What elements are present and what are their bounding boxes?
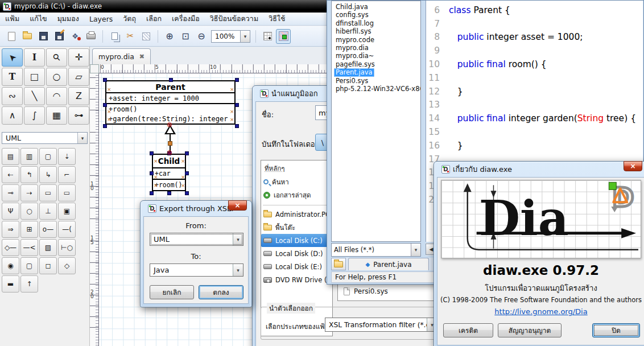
connection-handle[interactable] bbox=[168, 141, 172, 146]
close-tab-icon[interactable]: ✖ bbox=[139, 53, 145, 60]
uml-association-elbow-shape[interactable]: ⌐ bbox=[58, 166, 76, 183]
uml-provided-interface-shape[interactable]: o— bbox=[39, 221, 57, 238]
uml-note-shape[interactable]: ▢ bbox=[39, 148, 57, 165]
place-item[interactable]: พื้นโต๊ะ bbox=[261, 221, 332, 234]
snap-to-objects-button[interactable] bbox=[276, 29, 291, 44]
place-item[interactable]: Local Disk (E:) bbox=[261, 260, 332, 273]
uml-aggregation-shape[interactable]: ◇— bbox=[2, 239, 19, 256]
about-dialog-title-bar[interactable]: D เกี่ยวกับ diaw.exe bbox=[434, 162, 644, 177]
text-edit-tool[interactable]: I bbox=[24, 48, 45, 67]
credits-button[interactable]: เครดิต bbox=[443, 323, 493, 337]
grid-toggle-button[interactable] bbox=[260, 29, 275, 44]
menu-item[interactable]: วัตถุ bbox=[118, 11, 141, 26]
print-button[interactable] bbox=[84, 29, 98, 44]
selection-handle[interactable] bbox=[150, 191, 154, 195]
homepage-link[interactable]: http://live.gnome.org/Dia bbox=[437, 307, 644, 316]
uml-dependency-shape[interactable]: ⇣ bbox=[58, 148, 76, 165]
close-dialog-button[interactable]: ปิด bbox=[592, 323, 640, 337]
file-item[interactable]: Parent.java bbox=[334, 68, 374, 76]
from-combo[interactable]: UML ▾ bbox=[150, 233, 243, 246]
menu-item[interactable]: วิธีใช้ bbox=[263, 11, 290, 26]
file-item[interactable]: pagefile.sys bbox=[334, 60, 377, 68]
zoom-level-combo[interactable]: 100%▾ bbox=[211, 30, 250, 43]
selection-handle[interactable] bbox=[103, 124, 107, 128]
place-item[interactable]: Administrator.PC2 bbox=[261, 208, 332, 221]
uml-fork-shape[interactable]: ▬ bbox=[2, 275, 19, 293]
uml-usecase-shape[interactable]: ○ bbox=[20, 203, 38, 220]
cancel-button[interactable]: ยกเลิก bbox=[150, 285, 194, 299]
to-combo[interactable]: Java ▾ bbox=[150, 263, 243, 277]
arc-tool[interactable]: ◠ bbox=[46, 87, 67, 105]
menu-item[interactable]: แฟ้ม bbox=[0, 11, 24, 26]
place-item[interactable]: ค้นหา bbox=[261, 175, 332, 188]
selection-handle[interactable] bbox=[235, 103, 239, 107]
zoom-fit-button[interactable]: ⊡ bbox=[178, 29, 193, 44]
uml-association-shape[interactable]: ↳ bbox=[39, 166, 57, 183]
selection-handle[interactable] bbox=[235, 78, 239, 82]
menu-item[interactable]: เครื่องมือ bbox=[167, 11, 205, 26]
file-item[interactable]: Child.java bbox=[334, 3, 370, 11]
uml-message-shape[interactable]: ⇒ bbox=[2, 221, 19, 238]
selection-handle[interactable] bbox=[169, 78, 173, 82]
image-tool[interactable]: ▦ bbox=[46, 106, 67, 125]
polygon-tool[interactable]: ▱ bbox=[68, 68, 89, 86]
file-item[interactable]: mypro.dia bbox=[334, 44, 370, 52]
uml-implements-shape[interactable]: ⊸ bbox=[2, 184, 19, 201]
file-item[interactable]: php-5.2.12-Win32-VC6-x86.z bbox=[334, 85, 421, 93]
file-item[interactable]: Persi0.sys bbox=[339, 285, 439, 298]
uml-state-shape[interactable]: ▢ bbox=[20, 257, 38, 274]
uml-class-parent[interactable]: Parent +asset: integer = 1000 +room()+ga… bbox=[105, 80, 236, 125]
polyline-tool[interactable]: ∧ bbox=[2, 106, 23, 125]
close-button[interactable]: × bbox=[228, 200, 247, 211]
file-item[interactable]: dfinstall.log bbox=[334, 19, 375, 27]
selection-handle[interactable] bbox=[235, 124, 239, 128]
uml-realization-shape[interactable]: ⇠ bbox=[2, 166, 19, 183]
box-tool[interactable]: □ bbox=[24, 68, 45, 86]
zoom-out-button[interactable]: ⊖ bbox=[194, 29, 209, 44]
copy-button[interactable] bbox=[107, 29, 122, 44]
uml-constraint-shape[interactable]: ⇢ bbox=[20, 184, 38, 201]
chevron-down-icon[interactable]: ▾ bbox=[241, 30, 250, 43]
chevron-down-icon[interactable]: ▾ bbox=[77, 133, 87, 143]
selection-handle[interactable] bbox=[167, 191, 171, 195]
save-button[interactable] bbox=[36, 29, 51, 44]
paste-button[interactable] bbox=[139, 29, 154, 44]
uml-initial-state-shape[interactable]: ◉ bbox=[2, 257, 19, 274]
save-as-button[interactable] bbox=[52, 29, 67, 44]
uml-socket-shape[interactable]: —< bbox=[20, 239, 38, 256]
license-button[interactable]: สัญญาอนุญาต bbox=[498, 323, 562, 337]
uml-actor-shape[interactable]: Ψ bbox=[2, 203, 19, 220]
menu-item[interactable]: แก้ไข bbox=[24, 11, 52, 26]
open-button[interactable] bbox=[20, 29, 35, 44]
menu-item[interactable]: มุมมอง bbox=[52, 11, 84, 26]
menu-item[interactable]: วิธีป้อนข้อความ bbox=[205, 11, 263, 26]
uml-required-interface-shape[interactable]: —( bbox=[58, 221, 76, 238]
menu-item[interactable]: Layers bbox=[84, 13, 118, 25]
cut-button[interactable]: ✂ bbox=[123, 29, 138, 44]
beziergon-tool[interactable]: ∾ bbox=[2, 87, 23, 105]
uml-component-feature-shape[interactable]: ⊢○ bbox=[58, 239, 76, 256]
uml-lifeline-shape[interactable]: ⊥ bbox=[39, 203, 57, 220]
uml-node-shape[interactable]: ▧ bbox=[39, 239, 57, 256]
place-item[interactable]: Local Disk (C:) bbox=[261, 234, 332, 247]
chevron-down-icon[interactable]: ▾ bbox=[411, 244, 420, 256]
file-item[interactable]: mypro.dia~ bbox=[334, 52, 375, 60]
modify-tool[interactable]: ➤ bbox=[2, 48, 23, 67]
uml-small-package-shape[interactable]: ▭ bbox=[39, 184, 57, 201]
uml-branch-shape[interactable]: ◇ bbox=[58, 257, 76, 274]
filetype-combo[interactable]: XSL Transformation filter (*.code) ▾ bbox=[325, 318, 437, 332]
magnify-tool[interactable]: ⚲ bbox=[46, 48, 67, 67]
scroll-tool[interactable]: ✛ bbox=[68, 48, 89, 67]
uml-template-class-shape[interactable]: ▥ bbox=[20, 148, 38, 165]
selection-handle[interactable] bbox=[150, 151, 154, 155]
uml-transition-shape[interactable]: ↑ bbox=[20, 275, 38, 293]
uml-activity-shape[interactable]: ◻ bbox=[39, 257, 57, 274]
selection-handle[interactable] bbox=[185, 171, 189, 175]
new-button[interactable] bbox=[4, 29, 19, 44]
zoom-in-button[interactable]: ⊕ bbox=[162, 29, 177, 44]
file-filter-combo[interactable]: All Files (*.*) ▾ bbox=[331, 243, 421, 257]
sheet-selector[interactable]: UML ▾ bbox=[2, 132, 88, 144]
bezierline-tool[interactable]: ∫ bbox=[24, 106, 45, 125]
outline-tool[interactable]: ⊶ bbox=[68, 106, 89, 125]
export-button[interactable]: ❖ bbox=[68, 29, 82, 44]
